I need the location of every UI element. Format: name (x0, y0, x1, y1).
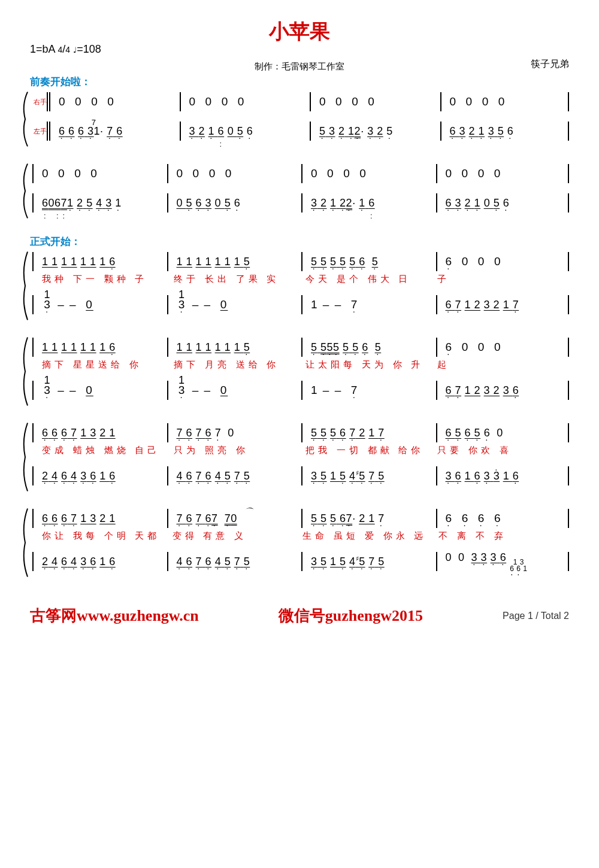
composer: 筷子兄弟 (531, 58, 569, 71)
intro-label: 前奏开始啦： (30, 75, 569, 89)
verse-label: 正式开始： (30, 235, 569, 248)
measure: 0 0 0 0 (313, 95, 438, 108)
right-hand-staff: 0 0 0 0 0 0 0 0 0 0 0 0 0 0 0 0 (30, 163, 569, 184)
tempo-marking: 1=bA 4/4 ♩=108 (30, 43, 101, 56)
header-row: 1=bA 4/4 ♩=108 筷子兄弟 (30, 47, 569, 60)
brace-icon (19, 508, 30, 578)
lyrics-row: 摘下 星星送给 你 摘下 月亮 送给 你 让太阳每 天为 你 升 起 (30, 359, 569, 371)
song-title: 小苹果 (30, 18, 569, 45)
right-hand-staff: 1 1 1 1 1 1 1 6 1 1 1 1 1 1 1 5 5 555 5 … (30, 336, 569, 358)
brace-icon (19, 91, 30, 147)
system-4: 1 1 1 1 1 1 1 6 1 1 1 1 1 1 1 5 5 555 5 … (30, 336, 569, 406)
brand-link: 古筝网www.guzhengw.cn (30, 605, 199, 626)
measure: 0 0 0 0 (183, 95, 308, 108)
left-hand-staff: 2 4 6 4 3 6 1 6 4 6 7 6 4 5 7 5 3 5 1 5 … (30, 545, 569, 578)
system-3: 1 1 1 1 1 1 1 6 1 1 1 1 1 1 1 5 5 5 5 5 … (30, 251, 569, 321)
lyrics-row: 变成 蜡烛 燃烧 自己 只为 照亮 你 把我 一切 都献 给你 只要 你欢 喜 (30, 445, 569, 456)
wechat-id: 微信号guzhengw2015 (279, 605, 423, 626)
left-hand-staff: 2 4 6 4 3 6 1 6 4 6 7 6 4 5 7 5 3 5 1 5 … (30, 460, 569, 492)
right-hand-staff: 0 0 0 0 0 0 0 0 0 0 0 0 0 0 0 0 (30, 91, 569, 113)
producer: 制作：毛雷钢琴工作室 (30, 61, 569, 72)
system-1: 0 0 0 0 0 0 0 0 0 0 0 0 0 0 0 0 6 6 6 37… (30, 91, 569, 147)
system-2: 0 0 0 0 0 0 0 0 0 0 0 0 0 0 0 0 60671 2 … (30, 163, 569, 219)
brace-icon (19, 336, 30, 406)
right-hand-staff: 6 6 6 7 1 3 2 1 7 6 7 6 7 0 5 5 5 6 7 2 … (30, 422, 569, 444)
page-number: Page 1 / Total 2 (503, 611, 569, 621)
measure: 0 0 0 0 (53, 95, 177, 108)
left-hand-staff: 60671 2 5 4 3 1 0 5 6 3 0 5 6 3 2 1 22· … (30, 187, 569, 219)
music-sheet: 小苹果 1=bA 4/4 ♩=108 筷子兄弟 制作：毛雷钢琴工作室 前奏开始啦… (0, 0, 599, 599)
left-hand-staff: 6 6 6 371· 7 6 3 2 1 6 0 5 6 5 3 2 12· 3… (30, 115, 569, 147)
right-hand-staff: 1 1 1 1 1 1 1 6 1 1 1 1 1 1 1 5 5 5 5 5 … (30, 251, 569, 272)
right-hand-staff: 6 6 6 7 1 3 2 1 ⌒7 6 7 67 70 5 5 5 67· 2… (30, 508, 569, 529)
measure: 0 0 0 0 (444, 95, 568, 108)
left-hand-staff: 13 – – 0 13 – – 0 1 – – 7 6 7 1 2 3 2 1 … (30, 289, 569, 321)
lyrics-row: 你让 我每 个明 天都 变得 有意 义 生命 虽短 爱 你永 远 不 离 不 弃 (30, 530, 569, 542)
system-5: 6 6 6 7 1 3 2 1 7 6 7 6 7 0 5 5 5 6 7 2 … (30, 422, 569, 492)
brace-icon (19, 251, 30, 321)
left-hand-staff: 13 – – 0 13 – – 0 1 – – 7 6 7 1 2 3 2 3 … (30, 374, 569, 406)
system-6: 6 6 6 7 1 3 2 1 ⌒7 6 7 67 70 5 5 5 67· 2… (30, 508, 569, 578)
page-footer: 古筝网www.guzhengw.cn 微信号guzhengw2015 Page … (0, 599, 599, 638)
brace-icon (19, 422, 30, 492)
brace-icon (19, 163, 30, 219)
lyrics-row: 我种 下一 颗种 子 终于 长出 了果 实 今天 是个 伟大 日 子 (30, 274, 569, 285)
